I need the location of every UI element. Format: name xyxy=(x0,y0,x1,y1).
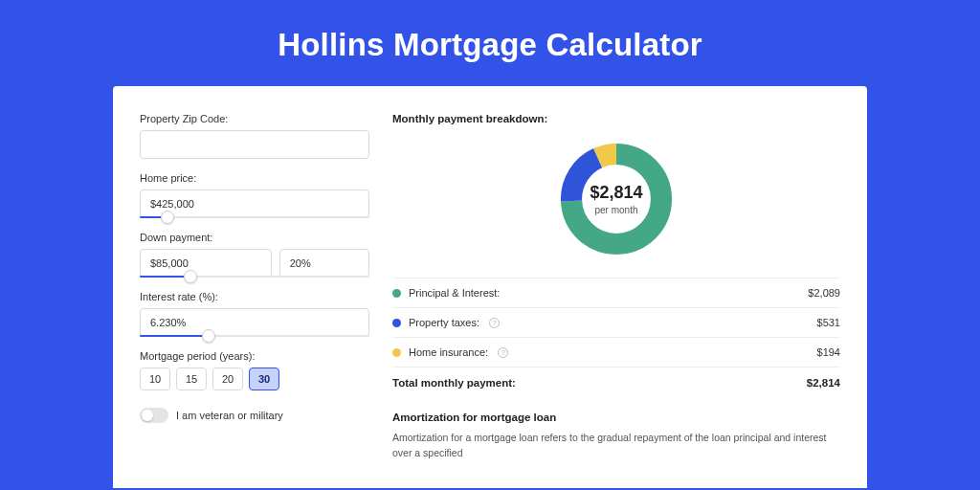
total-row: Total monthly payment: $2,814 xyxy=(392,368,840,402)
zip-field: Property Zip Code: xyxy=(140,113,369,159)
form-column: Property Zip Code: Home price: Down paym… xyxy=(140,113,369,488)
period-button-group: 10 15 20 30 xyxy=(140,368,369,390)
period-button-10[interactable]: 10 xyxy=(140,368,170,390)
interest-rate-label: Interest rate (%): xyxy=(140,291,369,302)
amortization-title: Amortization for mortgage loan xyxy=(392,412,840,423)
home-price-label: Home price: xyxy=(140,172,369,184)
amortization-section: Amortization for mortgage loan Amortizat… xyxy=(392,412,840,461)
legend-value: $531 xyxy=(817,317,840,328)
period-label: Mortgage period (years): xyxy=(140,350,369,362)
period-field: Mortgage period (years): 10 15 20 30 xyxy=(140,350,369,390)
calculator-card: Property Zip Code: Home price: Down paym… xyxy=(113,86,867,488)
zip-label: Property Zip Code: xyxy=(140,113,369,124)
legend-row-principal: Principal & Interest: $2,089 xyxy=(392,278,840,307)
breakdown-column: Monthly payment breakdown: $2,814 per mo… xyxy=(392,113,840,488)
legend-value: $2,089 xyxy=(808,287,840,299)
total-label: Total monthly payment: xyxy=(392,377,516,389)
donut-chart-container: $2,814 per month xyxy=(392,136,840,278)
legend-row-insurance: Home insurance: ? $194 xyxy=(392,338,840,367)
info-icon[interactable]: ? xyxy=(498,347,508,358)
interest-rate-slider[interactable] xyxy=(140,335,369,337)
home-price-field: Home price: xyxy=(140,172,369,218)
down-payment-field: Down payment: xyxy=(140,232,369,278)
slider-thumb-icon[interactable] xyxy=(161,211,174,224)
interest-rate-input[interactable] xyxy=(140,308,369,337)
legend-dot-icon xyxy=(392,289,401,298)
donut-chart: $2,814 per month xyxy=(557,140,676,258)
home-price-slider[interactable] xyxy=(140,216,369,218)
slider-thumb-icon[interactable] xyxy=(184,270,197,283)
interest-rate-field: Interest rate (%): xyxy=(140,291,369,337)
period-button-30[interactable]: 30 xyxy=(249,368,279,390)
slider-thumb-icon[interactable] xyxy=(202,329,215,343)
legend-value: $194 xyxy=(817,346,840,358)
legend-dot-icon xyxy=(392,319,401,327)
legend-label: Principal & Interest: xyxy=(409,287,500,299)
donut-sub: per month xyxy=(590,205,642,215)
page-title: Hollins Mortgage Calculator xyxy=(0,0,980,86)
donut-amount: $2,814 xyxy=(590,183,642,203)
veteran-row: I am veteran or military xyxy=(140,408,369,423)
donut-center: $2,814 per month xyxy=(590,183,642,215)
legend-label: Property taxes: xyxy=(409,317,479,328)
down-payment-pct-input[interactable] xyxy=(279,249,369,278)
period-button-15[interactable]: 15 xyxy=(176,368,207,390)
veteran-toggle[interactable] xyxy=(140,408,168,423)
legend-label: Home insurance: xyxy=(409,346,488,358)
legend-row-taxes: Property taxes: ? $531 xyxy=(392,308,840,337)
total-value: $2,814 xyxy=(807,377,840,389)
zip-input[interactable] xyxy=(140,130,369,159)
veteran-label: I am veteran or military xyxy=(176,410,283,421)
legend-dot-icon xyxy=(392,348,401,357)
down-payment-label: Down payment: xyxy=(140,232,369,243)
breakdown-title: Monthly payment breakdown: xyxy=(392,113,840,124)
info-icon[interactable]: ? xyxy=(489,318,500,328)
home-price-input[interactable] xyxy=(140,189,369,218)
down-payment-input[interactable] xyxy=(140,249,272,278)
period-button-20[interactable]: 20 xyxy=(212,368,243,390)
down-payment-slider[interactable] xyxy=(140,276,369,278)
amortization-text: Amortization for a mortgage loan refers … xyxy=(392,431,840,461)
